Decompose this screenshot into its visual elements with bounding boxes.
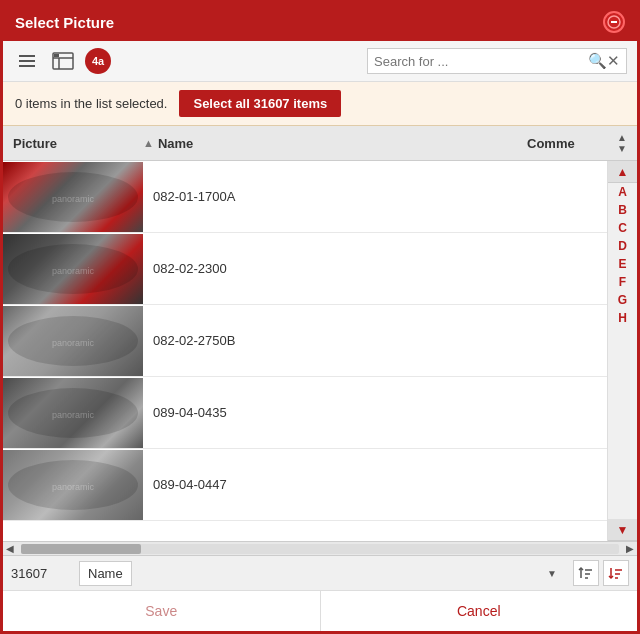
alpha-scroll-up[interactable]: ▲ [608,161,638,183]
row-name: 082-01-1700A [143,181,527,212]
sort-order-buttons [573,560,629,586]
badge-4a: 4a [85,48,111,74]
list-item[interactable]: panoramic 082-01-1700A [3,161,607,233]
toolbar-left: 4a [13,47,111,75]
col-comment-header: Comme [527,136,607,151]
picture-icon[interactable] [49,47,77,75]
sort-select[interactable]: Name Date Size Type [79,561,132,586]
svg-text:panoramic: panoramic [52,410,95,420]
cancel-button[interactable]: Cancel [321,591,638,631]
alpha-sidebar: ▲ ABCDEFGH ▼ [607,161,637,541]
list-content: panoramic 082-01-1700A panoramic 082-02-… [3,161,607,541]
sort-up-icon[interactable]: ▲ [617,132,627,143]
sort-down-icon[interactable]: ▼ [617,143,627,154]
close-button[interactable] [603,11,625,33]
status-bar: 31607 Name Date Size Type [3,555,637,590]
search-clear-icon[interactable]: ✕ [607,52,620,70]
thumbnail-row-5: panoramic [3,450,143,520]
alpha-letter-g[interactable]: G [618,291,627,309]
search-icon[interactable]: 🔍 [588,52,607,70]
alpha-letter-e[interactable]: E [618,255,627,273]
list-item[interactable]: panoramic 089-04-0447 [3,449,607,521]
col-sort-controls: ▲ ▼ [607,132,637,154]
row-name: 089-04-0435 [143,397,527,428]
footer-bar: Save Cancel [3,590,637,631]
alpha-letter-d[interactable]: D [618,237,627,255]
item-count: 31607 [11,566,71,581]
selection-text: 0 items in the list selected. [15,96,167,111]
list-item[interactable]: panoramic 082-02-2300 [3,233,607,305]
col-name-header[interactable]: ▲ Name [143,136,527,151]
selection-bar: 0 items in the list selected. Select all… [3,82,637,126]
alpha-scroll-down[interactable]: ▼ [608,519,638,541]
sort-select-wrap: Name Date Size Type [79,561,565,586]
scroll-left-arrow[interactable]: ◀ [3,542,17,556]
scroll-track[interactable] [21,544,619,554]
thumbnail-row-3: panoramic [3,306,143,376]
alpha-letters-area: ABCDEFGH [618,183,627,519]
thumbnail-row-4: panoramic [3,378,143,448]
thumbnail-row-1: panoramic [3,162,143,232]
alpha-letter-h[interactable]: H [618,309,627,327]
alpha-letter-a[interactable]: A [618,183,627,201]
list-item[interactable]: panoramic 082-02-2750B [3,305,607,377]
select-picture-dialog: Select Picture [0,0,640,634]
thumbnail-row-2: panoramic [3,234,143,304]
row-comment [527,477,607,493]
svg-text:panoramic: panoramic [52,266,95,276]
no-entry-icon [607,15,621,29]
row-comment [527,261,607,277]
sort-asc-button[interactable] [573,560,599,586]
svg-text:panoramic: panoramic [52,194,95,204]
col-picture-header: Picture [3,136,143,151]
title-bar: Select Picture [3,3,637,41]
row-name: 089-04-0447 [143,469,527,500]
list-area: panoramic 082-01-1700A panoramic 082-02-… [3,161,637,541]
alpha-letter-c[interactable]: C [618,219,627,237]
alpha-letter-f[interactable]: F [618,273,627,291]
row-name: 082-02-2750B [143,325,527,356]
row-comment [527,189,607,205]
list-item[interactable]: panoramic 089-04-0435 [3,377,607,449]
alpha-letter-b[interactable]: B [618,201,627,219]
select-all-button[interactable]: Select all 31607 items [179,90,341,117]
save-button[interactable]: Save [3,591,321,631]
table-header: Picture ▲ Name Comme ▲ ▼ [3,126,637,161]
svg-text:panoramic: panoramic [52,482,95,492]
toolbar: 4a 🔍 ✕ [3,41,637,82]
dialog-title: Select Picture [15,14,114,31]
svg-text:panoramic: panoramic [52,338,95,348]
sort-desc-button[interactable] [603,560,629,586]
filter-icon[interactable] [13,47,41,75]
row-comment [527,333,607,349]
scroll-thumb[interactable] [21,544,141,554]
search-box: 🔍 ✕ [367,48,627,74]
row-name: 082-02-2300 [143,253,527,284]
search-input[interactable] [374,54,588,69]
scroll-right-arrow[interactable]: ▶ [623,542,637,556]
svg-rect-8 [54,54,59,57]
row-comment [527,405,607,421]
horizontal-scrollbar[interactable]: ◀ ▶ [3,541,637,555]
